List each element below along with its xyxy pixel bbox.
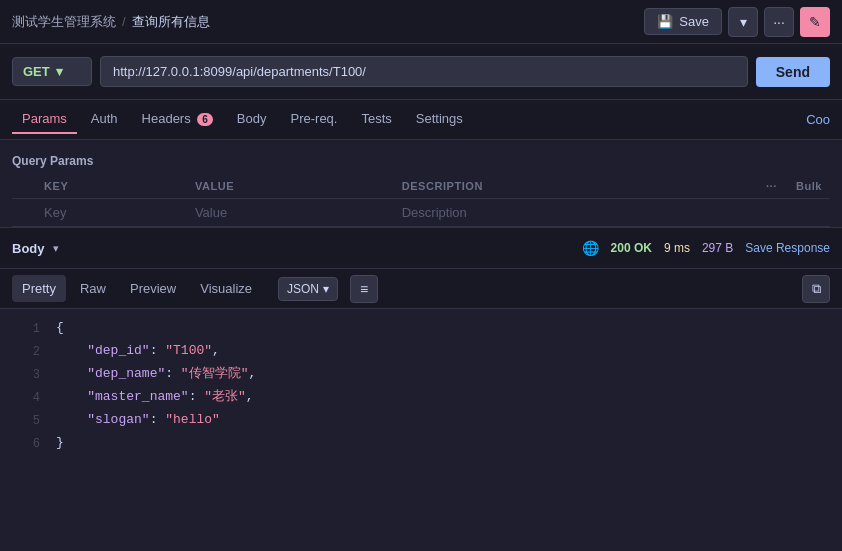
resp-tab-preview[interactable]: Preview	[120, 275, 186, 302]
url-input[interactable]	[100, 56, 748, 87]
request-tabs: Params Auth Headers 6 Body Pre-req. Test…	[0, 100, 842, 140]
method-chevron-icon: ▾	[56, 64, 63, 79]
code-line-4: 4 "master_name": "老张",	[0, 386, 842, 409]
topbar-actions: 💾 Save ▾ ··· ✎	[644, 7, 830, 37]
row-more	[758, 199, 788, 227]
save-label: Save	[679, 14, 709, 29]
row-bulk	[788, 199, 830, 227]
method-label: GET	[23, 64, 50, 79]
tab-auth[interactable]: Auth	[81, 105, 128, 134]
code-line-5: 5 "slogan": "hello"	[0, 409, 842, 432]
save-response-button[interactable]: Save Response	[745, 241, 830, 255]
save-button[interactable]: 💾 Save	[644, 8, 722, 35]
copy-response-button[interactable]: ⧉	[802, 275, 830, 303]
method-select[interactable]: GET ▾	[12, 57, 92, 86]
th-key: KEY	[36, 174, 187, 199]
line-content-5: "slogan": "hello"	[56, 409, 834, 431]
headers-badge: 6	[197, 113, 213, 126]
save-icon: 💾	[657, 14, 673, 29]
project-name: 测试学生管理系统	[12, 13, 116, 31]
response-time: 9 ms	[664, 241, 690, 255]
format-label: JSON	[287, 282, 319, 296]
query-params-title: Query Params	[12, 148, 830, 174]
line-num-2: 2	[8, 340, 40, 363]
row-value-input[interactable]: Value	[187, 199, 394, 227]
line-content-2: "dep_id": "T100",	[56, 340, 834, 362]
row-key-input[interactable]: Key	[36, 199, 187, 227]
tab-settings[interactable]: Settings	[406, 105, 473, 134]
globe-icon: 🌐	[582, 240, 599, 256]
tab-prereq[interactable]: Pre-req.	[281, 105, 348, 134]
line-num-5: 5	[8, 409, 40, 432]
line-num-3: 3	[8, 363, 40, 386]
send-button[interactable]: Send	[756, 57, 830, 87]
th-more: ···	[758, 174, 788, 199]
tab-params[interactable]: Params	[12, 105, 77, 134]
code-line-6: 6 }	[0, 432, 842, 455]
response-header: Body ▾ 🌐 200 OK 9 ms 297 B Save Response	[0, 227, 842, 269]
breadcrumb-separator: /	[122, 14, 126, 29]
current-page-title: 查询所有信息	[132, 13, 210, 31]
line-num-1: 1	[8, 317, 40, 340]
code-line-2: 2 "dep_id": "T100",	[0, 340, 842, 363]
url-bar: GET ▾ Send	[0, 44, 842, 100]
format-select[interactable]: JSON ▾	[278, 277, 338, 301]
code-line-1: 1 {	[0, 317, 842, 340]
line-content-3: "dep_name": "传智学院",	[56, 363, 834, 385]
th-value: VALUE	[187, 174, 394, 199]
wrap-lines-button[interactable]: ≡	[350, 275, 378, 303]
row-checkbox	[12, 199, 36, 227]
query-params-section: Query Params KEY VALUE DESCRIPTION ··· B…	[0, 140, 842, 227]
cookies-link[interactable]: Coo	[806, 112, 830, 127]
more-options-button[interactable]: ···	[764, 7, 794, 37]
th-checkbox	[12, 174, 36, 199]
th-bulk: Bulk	[788, 174, 830, 199]
status-badge: 200 OK	[611, 241, 652, 255]
breadcrumb: 测试学生管理系统 / 查询所有信息	[12, 13, 210, 31]
response-meta: 🌐 200 OK 9 ms 297 B Save Response	[582, 240, 830, 256]
body-chevron-icon[interactable]: ▾	[53, 242, 59, 255]
topbar: 测试学生管理系统 / 查询所有信息 💾 Save ▾ ··· ✎	[0, 0, 842, 44]
params-table: KEY VALUE DESCRIPTION ··· Bulk Key Value…	[12, 174, 830, 227]
body-label: Body	[12, 241, 45, 256]
line-content-6: }	[56, 432, 834, 454]
response-size: 297 B	[702, 241, 733, 255]
row-desc-input[interactable]: Description	[394, 199, 758, 227]
format-chevron-icon: ▾	[323, 282, 329, 296]
tab-tests[interactable]: Tests	[351, 105, 401, 134]
line-num-6: 6	[8, 432, 40, 455]
params-row-empty: Key Value Description	[12, 199, 830, 227]
response-body: 1 { 2 "dep_id": "T100", 3 "dep_name": "传…	[0, 309, 842, 463]
resp-tab-pretty[interactable]: Pretty	[12, 275, 66, 302]
line-content-1: {	[56, 317, 834, 339]
resp-tab-raw[interactable]: Raw	[70, 275, 116, 302]
code-line-3: 3 "dep_name": "传智学院",	[0, 363, 842, 386]
response-tabs: Pretty Raw Preview Visualize JSON ▾ ≡ ⧉	[0, 269, 842, 309]
line-content-4: "master_name": "老张",	[56, 386, 834, 408]
tab-body[interactable]: Body	[227, 105, 277, 134]
tab-headers[interactable]: Headers 6	[132, 105, 223, 134]
th-description: DESCRIPTION	[394, 174, 758, 199]
dropdown-button[interactable]: ▾	[728, 7, 758, 37]
resp-tab-visualize[interactable]: Visualize	[190, 275, 262, 302]
edit-button[interactable]: ✎	[800, 7, 830, 37]
line-num-4: 4	[8, 386, 40, 409]
